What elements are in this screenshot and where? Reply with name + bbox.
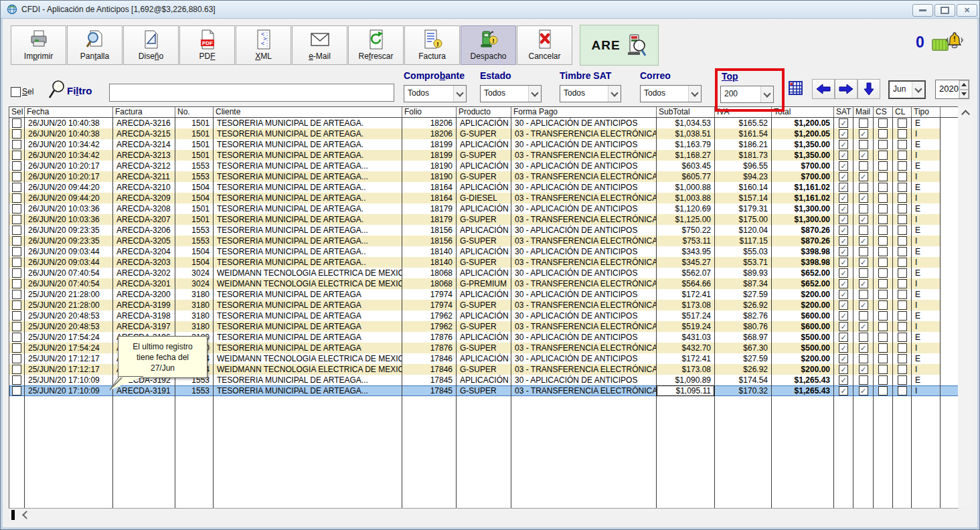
cs-checkbox[interactable]: [878, 236, 888, 246]
table-row[interactable]: 26/JUN/20 10:03:36 ARECDA-3208 1501 TESO…: [9, 203, 959, 214]
table-row[interactable]: 26/JUN/20 09:44:20 ARECDA-3209 1504 TESO…: [9, 193, 959, 203]
row-select-checkbox[interactable]: [12, 343, 21, 353]
cl-checkbox[interactable]: [898, 161, 907, 171]
mail-checkbox[interactable]: ✓: [859, 193, 868, 203]
cl-checkbox[interactable]: [898, 354, 907, 363]
xml-button[interactable]: <>< XML: [236, 25, 291, 65]
correo-select[interactable]: Todos: [640, 85, 702, 102]
sat-checkbox[interactable]: ✓: [839, 365, 848, 374]
cs-checkbox[interactable]: [878, 129, 888, 139]
row-select-checkbox[interactable]: [12, 161, 21, 171]
row-select-checkbox[interactable]: [12, 151, 21, 160]
pdf-button[interactable]: PDF PDF: [179, 25, 235, 65]
table-row[interactable]: 25/JUN/20 21:28:00 ARECDA-3200 3180 TESO…: [9, 289, 959, 300]
sat-checkbox[interactable]: ✓: [839, 140, 848, 149]
cs-checkbox[interactable]: [878, 290, 888, 299]
cl-checkbox[interactable]: [898, 172, 907, 181]
mail-checkbox[interactable]: ✓: [859, 365, 868, 374]
sat-checkbox[interactable]: ✓: [839, 386, 848, 395]
comprobante-select[interactable]: Todos: [404, 85, 467, 102]
cs-checkbox[interactable]: [878, 151, 888, 160]
cs-checkbox[interactable]: [878, 193, 888, 203]
sat-checkbox[interactable]: ✓: [839, 311, 848, 321]
col-header-sel[interactable]: Sel: [9, 107, 25, 117]
cs-checkbox[interactable]: [878, 183, 888, 192]
cs-checkbox[interactable]: [878, 268, 888, 278]
cs-checkbox[interactable]: [878, 386, 888, 395]
row-select-checkbox[interactable]: [12, 290, 21, 299]
col-header-total[interactable]: Total: [772, 107, 834, 117]
table-row[interactable]: 26/JUN/20 09:03:44 ARECDA-3203 1504 TESO…: [9, 257, 959, 268]
cl-checkbox[interactable]: [898, 258, 907, 267]
despacho-button[interactable]: ! Despacho: [461, 25, 516, 65]
mail-checkbox[interactable]: ✓: [859, 129, 868, 139]
mail-checkbox[interactable]: [859, 140, 868, 149]
row-select-checkbox[interactable]: [12, 140, 21, 149]
prev-month-button[interactable]: [812, 79, 835, 99]
cs-checkbox[interactable]: [878, 204, 888, 213]
mail-checkbox[interactable]: [859, 226, 868, 235]
cs-checkbox[interactable]: [878, 300, 888, 310]
cl-checkbox[interactable]: [898, 236, 907, 246]
table-row[interactable]: 26/JUN/20 09:23:35 ARECDA-3205 1553 TESO…: [9, 236, 959, 246]
row-select-checkbox[interactable]: [12, 172, 21, 181]
sat-checkbox[interactable]: ✓: [839, 193, 848, 203]
filter-input[interactable]: [109, 84, 394, 102]
row-select-checkbox[interactable]: [12, 236, 21, 246]
scroll-left-button[interactable]: [19, 509, 31, 521]
vertical-scrollbar[interactable]: [958, 106, 973, 507]
maximize-button[interactable]: [934, 4, 955, 17]
mail-checkbox[interactable]: [859, 268, 868, 278]
sat-checkbox[interactable]: ✓: [839, 172, 848, 181]
cl-checkbox[interactable]: [898, 193, 907, 203]
mail-checkbox[interactable]: ✓: [859, 343, 868, 353]
cs-checkbox[interactable]: [878, 279, 888, 288]
sat-checkbox[interactable]: ✓: [839, 300, 848, 310]
col-header-producto[interactable]: Producto: [457, 107, 511, 117]
sat-checkbox[interactable]: ✓: [839, 151, 848, 160]
row-select-checkbox[interactable]: [12, 118, 21, 128]
cs-checkbox[interactable]: [878, 343, 888, 353]
alert-bell-icon[interactable]: !: [945, 31, 964, 50]
cl-checkbox[interactable]: [898, 300, 907, 310]
cs-checkbox[interactable]: [878, 333, 888, 342]
col-header-mail[interactable]: Mail: [853, 107, 874, 117]
sat-checkbox[interactable]: ✓: [839, 354, 848, 363]
sel-filter-checkbox[interactable]: [11, 87, 21, 97]
cs-checkbox[interactable]: [878, 172, 888, 181]
table-row[interactable]: 26/JUN/20 07:40:54 ARECDA-3202 3024 WEID…: [9, 268, 959, 278]
col-header-sat[interactable]: SAT: [834, 107, 853, 117]
mail-checkbox[interactable]: ✓: [859, 322, 868, 331]
row-select-checkbox[interactable]: [12, 268, 21, 278]
col-header-cliente[interactable]: Cliente: [214, 107, 402, 117]
row-select-checkbox[interactable]: [12, 311, 21, 321]
cs-checkbox[interactable]: [878, 118, 888, 128]
sat-checkbox[interactable]: ✓: [839, 322, 848, 331]
cl-checkbox[interactable]: [898, 365, 907, 374]
year-up-button[interactable]: [959, 80, 969, 90]
row-select-checkbox[interactable]: [12, 247, 21, 256]
mail-checkbox[interactable]: ✓: [859, 215, 868, 224]
sat-checkbox[interactable]: ✓: [839, 183, 848, 192]
table-row[interactable]: 26/JUN/20 10:40:38 ARECDA-3216 1501 TESO…: [9, 118, 959, 128]
diseno-button[interactable]: Diseño: [123, 25, 179, 65]
horizontal-scrollbar[interactable]: [9, 509, 973, 521]
mail-checkbox[interactable]: [859, 183, 868, 192]
pantalla-button[interactable]: Pantalla: [67, 25, 122, 65]
table-row[interactable]: 26/JUN/20 10:03:36 ARECDA-3207 1501 TESO…: [9, 214, 959, 225]
cl-checkbox[interactable]: [898, 129, 907, 139]
scroll-up-button[interactable]: [958, 106, 973, 118]
row-select-checkbox[interactable]: [12, 258, 21, 267]
sat-checkbox[interactable]: ✓: [839, 129, 848, 139]
row-select-checkbox[interactable]: [12, 365, 21, 374]
row-select-checkbox[interactable]: [12, 375, 21, 385]
cl-checkbox[interactable]: [898, 204, 907, 213]
col-header-fecha[interactable]: Fecha: [25, 107, 113, 117]
are-button[interactable]: ARE: [580, 25, 659, 66]
mail-checkbox[interactable]: [859, 118, 868, 128]
col-header-cl[interactable]: CL: [893, 107, 912, 117]
cl-checkbox[interactable]: [898, 311, 907, 321]
cs-checkbox[interactable]: [878, 258, 888, 267]
table-row[interactable]: 26/JUN/20 10:34:42 ARECDA-3214 1501 TESO…: [9, 139, 959, 150]
year-spinner[interactable]: 2020: [935, 80, 969, 99]
